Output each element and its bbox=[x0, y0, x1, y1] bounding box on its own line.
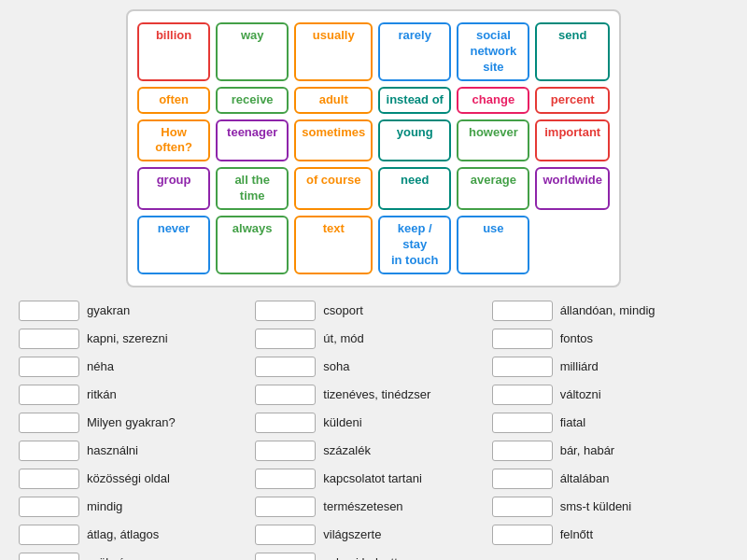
match-row: sms-t küldeni bbox=[492, 493, 728, 521]
match-input-box[interactable] bbox=[492, 497, 553, 517]
match-row: természetesen bbox=[255, 493, 491, 521]
match-input-box[interactable] bbox=[255, 413, 316, 433]
word-chip[interactable]: use bbox=[457, 216, 529, 274]
word-chip[interactable]: teenager bbox=[216, 119, 289, 162]
match-label: gyakran bbox=[87, 302, 130, 319]
match-label: fiatal bbox=[560, 414, 585, 431]
word-chip[interactable]: often bbox=[137, 87, 210, 114]
match-row: átlag, átlagos bbox=[19, 521, 255, 549]
match-label: küldeni bbox=[323, 414, 361, 431]
word-chip[interactable]: billion bbox=[137, 22, 210, 81]
match-label: százalék bbox=[323, 442, 371, 459]
match-row: kapcsolatot tartani bbox=[255, 465, 491, 493]
match-input-box[interactable] bbox=[19, 525, 79, 545]
match-input-box[interactable] bbox=[19, 301, 79, 321]
match-input-box[interactable] bbox=[19, 553, 79, 560]
match-input-box[interactable] bbox=[255, 469, 316, 489]
match-row: világszerte bbox=[255, 521, 491, 549]
word-chip[interactable]: text bbox=[294, 216, 373, 274]
match-label: soha bbox=[323, 358, 349, 375]
word-chip[interactable]: usually bbox=[294, 22, 373, 81]
word-chip[interactable]: adult bbox=[294, 87, 373, 114]
word-chip[interactable]: worldwide bbox=[535, 167, 610, 210]
match-input-box[interactable] bbox=[19, 413, 79, 433]
match-row: milliárd bbox=[492, 353, 728, 381]
match-input-box[interactable] bbox=[492, 525, 553, 545]
match-row: felnőtt bbox=[492, 521, 728, 549]
match-input-box[interactable] bbox=[255, 301, 316, 321]
match-input-box[interactable] bbox=[19, 329, 79, 349]
word-chip[interactable]: way bbox=[216, 22, 289, 81]
match-row: csoport bbox=[255, 297, 491, 325]
word-chip[interactable]: send bbox=[535, 22, 610, 81]
match-row: út, mód bbox=[255, 325, 491, 353]
match-input-box[interactable] bbox=[19, 357, 79, 377]
word-chip[interactable]: receive bbox=[216, 87, 289, 114]
match-input-box[interactable] bbox=[492, 357, 553, 377]
match-label: bár, habár bbox=[560, 442, 615, 459]
word-chip[interactable]: keep / stay in touch bbox=[378, 216, 451, 274]
match-col-3: állandóan, mindigfontosmilliárdváltoznif… bbox=[492, 297, 728, 560]
match-input-box[interactable] bbox=[255, 385, 316, 405]
match-input-box[interactable] bbox=[492, 441, 553, 461]
match-label: valami helyett bbox=[323, 554, 397, 560]
match-input-box[interactable] bbox=[19, 385, 79, 405]
match-row: tizenéves, tinédzser bbox=[255, 381, 491, 409]
word-chip[interactable]: percent bbox=[535, 87, 610, 114]
match-label: változni bbox=[560, 386, 601, 403]
match-input-box[interactable] bbox=[255, 441, 316, 461]
match-label: világszerte bbox=[323, 526, 381, 543]
word-chip[interactable]: young bbox=[378, 119, 451, 162]
match-input-box[interactable] bbox=[19, 469, 79, 489]
word-chip[interactable]: always bbox=[216, 216, 289, 274]
match-label: közösségi oldal bbox=[87, 470, 170, 487]
word-chip[interactable]: of course bbox=[294, 167, 373, 210]
match-row: valami helyett bbox=[255, 549, 491, 560]
match-row: soha bbox=[255, 353, 491, 381]
word-chip[interactable]: change bbox=[457, 87, 529, 114]
match-input-box[interactable] bbox=[492, 301, 553, 321]
word-grid: billionwayusuallyrarelysocial network si… bbox=[137, 22, 610, 274]
match-label: állandóan, mindig bbox=[560, 302, 655, 319]
word-chip[interactable]: rarely bbox=[378, 22, 451, 81]
word-chip[interactable]: however bbox=[457, 119, 529, 162]
match-input-box[interactable] bbox=[255, 553, 316, 560]
word-chip[interactable]: sometimes bbox=[294, 119, 373, 162]
match-input-box[interactable] bbox=[492, 329, 553, 349]
match-input-box[interactable] bbox=[255, 497, 316, 517]
word-chip[interactable]: instead of bbox=[378, 87, 451, 114]
word-chip[interactable]: group bbox=[137, 167, 210, 210]
match-label: kapni, szerezni bbox=[87, 330, 168, 347]
word-chip[interactable]: never bbox=[137, 216, 210, 274]
match-input-box[interactable] bbox=[19, 497, 79, 517]
match-row: gyakran bbox=[19, 297, 255, 325]
match-row: küldeni bbox=[255, 409, 491, 437]
word-chip[interactable]: important bbox=[535, 119, 610, 162]
word-chip[interactable]: social network site bbox=[457, 22, 529, 81]
match-row: bár, habár bbox=[492, 437, 728, 465]
match-input-box[interactable] bbox=[255, 525, 316, 545]
match-input-box[interactable] bbox=[492, 413, 553, 433]
bottom-section: gyakrankapni, szerezninéharitkánMilyen g… bbox=[0, 297, 747, 560]
match-label: Milyen gyakran? bbox=[87, 414, 176, 431]
match-input-box[interactable] bbox=[492, 469, 553, 489]
word-chip[interactable]: all the time bbox=[216, 167, 289, 210]
match-label: általában bbox=[560, 470, 610, 487]
match-input-box[interactable] bbox=[19, 441, 79, 461]
word-chip[interactable]: How often? bbox=[137, 119, 210, 162]
match-col-1: gyakrankapni, szerezninéharitkánMilyen g… bbox=[19, 297, 255, 560]
match-row: kapni, szerezni bbox=[19, 325, 255, 353]
match-input-box[interactable] bbox=[492, 385, 553, 405]
word-chip[interactable]: average bbox=[457, 167, 529, 210]
match-row: néha bbox=[19, 353, 255, 381]
match-input-box[interactable] bbox=[255, 357, 316, 377]
match-row: szükséges bbox=[19, 549, 255, 560]
match-label: kapcsolatot tartani bbox=[323, 470, 422, 487]
match-label: csoport bbox=[323, 302, 363, 319]
word-chip[interactable]: need bbox=[378, 167, 451, 210]
match-input-box[interactable] bbox=[255, 329, 316, 349]
match-label: szükséges bbox=[87, 554, 144, 560]
match-label: néha bbox=[87, 358, 114, 375]
match-label: sms-t küldeni bbox=[560, 498, 632, 515]
match-row: közösségi oldal bbox=[19, 465, 255, 493]
